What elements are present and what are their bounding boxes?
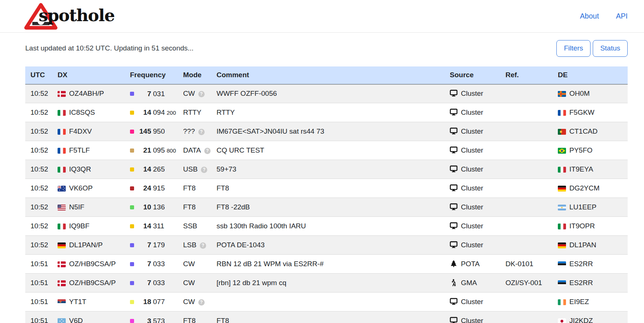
monitor-icon	[450, 317, 458, 323]
frequency-value: 14094200	[130, 108, 176, 117]
ref-cell: DK-0101	[505, 255, 558, 274]
de-callsign: CT1CAD	[569, 127, 598, 135]
spots-table: UTCDXFrequencyModeCommentSourceRef.DE 10…	[25, 66, 628, 323]
portugal-flag-icon	[558, 127, 569, 135]
comment-cell: FT8 -22dB	[217, 198, 450, 217]
comment-cell: WWFF OZFF-0056	[217, 84, 450, 103]
dx-callsign: IQ9BF	[69, 222, 90, 230]
utc-cell: 10:51	[25, 255, 58, 274]
spot-row: 10:52VK6OP24915FT8FT8ClusterDG2YCM	[25, 179, 628, 198]
utc-cell: 10:52	[25, 236, 58, 255]
germany-flag-icon	[58, 241, 69, 249]
nav-api[interactable]: API	[616, 12, 628, 20]
dx-callsign: OZ4ABH/P	[69, 89, 104, 97]
serbia-flag-icon	[58, 298, 69, 306]
mode-label: FT8	[183, 317, 196, 323]
australia-flag-icon	[58, 184, 69, 192]
mode-label: LSB	[183, 241, 196, 249]
de-callsign: OH0M	[569, 89, 590, 97]
band-indicator-icon	[130, 262, 134, 266]
band-indicator-icon	[130, 205, 134, 209]
source-label: Cluster	[461, 317, 483, 323]
estonia-flag-icon	[558, 260, 569, 268]
source-label: Cluster	[461, 165, 483, 173]
source-label: Cluster	[461, 146, 483, 154]
mode-label: FT8	[183, 203, 196, 211]
de-callsign: ES2RR	[569, 279, 593, 287]
frequency-value: 145950	[130, 127, 165, 136]
source-label: Cluster	[461, 222, 483, 230]
de-callsign: F5GKW	[569, 108, 595, 116]
column-header-mode: Mode	[183, 66, 217, 84]
mode-help-icon[interactable]: ?	[198, 299, 205, 306]
mode-label: CW	[183, 89, 195, 97]
spot-row: 10:52IQ3QR14265USB?59+73ClusterIT9EYA	[25, 160, 628, 179]
mode-help-icon[interactable]: ?	[201, 167, 207, 173]
germany-flag-icon	[558, 241, 569, 249]
frequency-value: 3573	[130, 317, 165, 323]
spot-row: 10:52IC8SQS14094200RTTYRTTYClusterF5GKW	[25, 103, 628, 122]
france-flag-icon	[58, 146, 69, 154]
spot-row: 10:51V6D3573FT8FT8ClusterJI2KDZ	[25, 311, 628, 323]
band-indicator-icon	[130, 300, 134, 304]
frequency-value: 7031	[130, 90, 165, 98]
mode-help-icon[interactable]: ?	[204, 148, 211, 154]
nav-about[interactable]: About	[580, 12, 599, 20]
band-indicator-icon	[130, 111, 134, 115]
de-callsign: IT9EYA	[569, 165, 593, 173]
ref-cell: OZI/SY-001	[505, 274, 558, 293]
table-header-row: UTCDXFrequencyModeCommentSourceRef.DE	[25, 66, 628, 84]
de-callsign: JI2KDZ	[569, 317, 593, 323]
utc-cell: 10:52	[25, 122, 58, 141]
source-label: GMA	[461, 279, 477, 287]
utc-cell: 10:52	[25, 198, 58, 217]
spot-row: 10:52F5TLF21095800DATA?CQ URC TESTCluste…	[25, 141, 628, 160]
ireland-flag-icon	[558, 298, 569, 306]
monitor-icon	[450, 203, 458, 211]
monitor-icon	[450, 165, 458, 173]
denmark-flag-icon	[58, 89, 69, 97]
frequency-value: 7033	[130, 279, 165, 287]
mode-label: ???	[183, 127, 195, 135]
denmark-flag-icon	[58, 260, 69, 268]
frequency-value: 7179	[130, 241, 165, 249]
comment-cell: FT8	[217, 311, 450, 323]
italy-flag-icon	[58, 165, 69, 173]
dx-callsign: F4DXV	[69, 127, 92, 135]
tree-icon	[450, 260, 458, 267]
comment-cell: FT8	[217, 179, 450, 198]
column-header-de: DE	[558, 66, 628, 84]
logo[interactable]: spothole	[24, 2, 114, 30]
utc-cell: 10:52	[25, 84, 58, 103]
micronesia-flag-icon	[58, 317, 69, 323]
utc-cell: 10:52	[25, 217, 58, 236]
france-flag-icon	[58, 127, 69, 135]
aland-flag-icon	[558, 89, 569, 97]
band-indicator-icon	[130, 149, 134, 153]
ref-cell	[505, 103, 558, 122]
dx-callsign: V6D	[69, 317, 83, 323]
logo-text: spothole	[39, 6, 114, 27]
mode-label: RTTY	[183, 108, 201, 116]
filters-button[interactable]: Filters	[556, 40, 591, 57]
ref-cell	[505, 160, 558, 179]
ref-cell	[505, 217, 558, 236]
mode-label: SSB	[183, 222, 197, 230]
utc-cell: 10:52	[25, 179, 58, 198]
mode-help-icon[interactable]: ?	[200, 242, 206, 249]
mode-help-icon[interactable]: ?	[198, 91, 205, 97]
comment-cell: CQ URC TEST	[217, 141, 450, 160]
estonia-flag-icon	[558, 279, 569, 287]
band-indicator-icon	[130, 186, 134, 190]
last-updated-text: Last updated at 10:52 UTC. Updating in 5…	[25, 44, 193, 52]
frequency-value: 7033	[130, 260, 165, 268]
band-indicator-icon	[130, 92, 134, 96]
ref-cell	[505, 84, 558, 103]
mode-label: CW	[183, 260, 195, 268]
mode-label: CW	[183, 298, 195, 306]
status-button[interactable]: Status	[593, 40, 628, 57]
italy-flag-icon	[558, 165, 569, 173]
mode-help-icon[interactable]: ?	[198, 129, 205, 135]
brazil-flag-icon	[558, 146, 569, 154]
ref-cell	[505, 198, 558, 217]
